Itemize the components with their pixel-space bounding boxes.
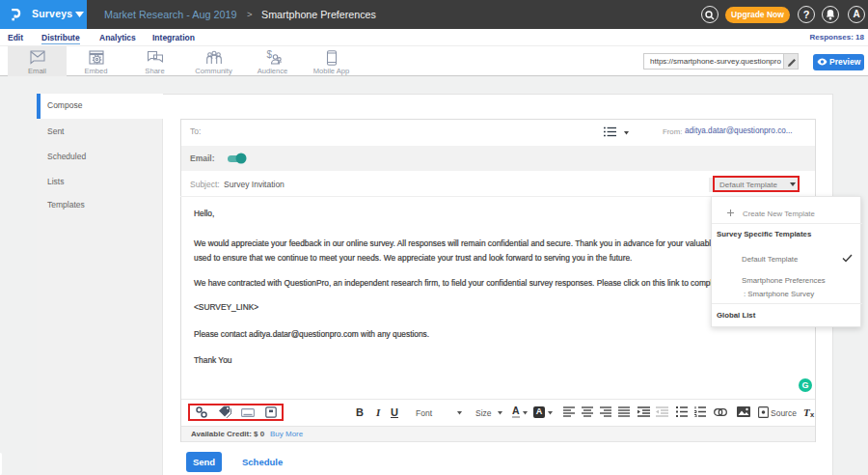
svg-text:$: $ — [266, 50, 272, 60]
